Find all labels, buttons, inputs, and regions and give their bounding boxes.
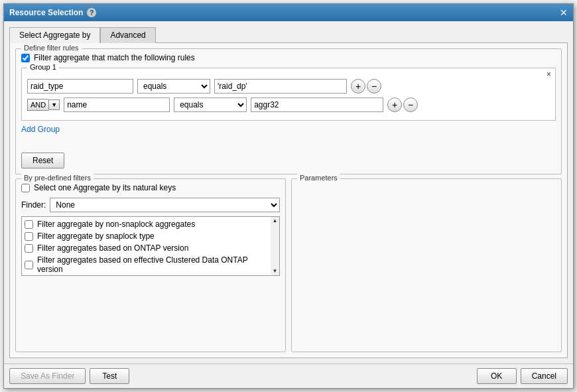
filter-rules-section: Define filter rules Filter aggregate tha… — [15, 48, 562, 174]
and-dropdown-button[interactable]: ▼ — [48, 99, 60, 110]
ok-button[interactable]: OK — [477, 368, 517, 384]
plus-minus-2: + − — [387, 98, 418, 112]
predefined-filters-section: By pre-defined filters Select one Aggreg… — [15, 178, 286, 352]
cancel-button[interactable]: Cancel — [521, 368, 568, 384]
list-item: Filter aggregates based on effective Clu… — [23, 254, 269, 275]
bottom-sections: By pre-defined filters Select one Aggreg… — [15, 178, 562, 352]
value-input-2[interactable] — [251, 98, 383, 112]
scroll-down-button[interactable]: ▼ — [271, 267, 279, 275]
natural-keys-label: Select one Aggregate by its natural keys — [34, 183, 176, 192]
close-button[interactable]: ✕ — [560, 8, 568, 17]
finder-row: Finder: None — [21, 198, 280, 212]
filter-item-2-label: Filter aggregate by snaplock type — [37, 231, 155, 241]
parameters-label: Parameters — [297, 174, 340, 182]
title-bar: Resource Selection ? ✕ — [4, 4, 573, 21]
finder-select[interactable]: None — [50, 198, 280, 212]
filter-rules-checkbox-label: Filter aggregate that match the followin… — [34, 53, 195, 62]
field-input-2[interactable] — [64, 98, 170, 112]
add-row-2-button[interactable]: + — [387, 98, 402, 112]
group-1-label: Group 1 — [27, 63, 59, 71]
tab-content: Define filter rules Filter aggregate tha… — [9, 42, 568, 358]
remove-row-1-button[interactable]: − — [367, 79, 381, 94]
dialog-title: Resource Selection — [9, 8, 83, 17]
filter-checkbox-row: Filter aggregate that match the followin… — [21, 53, 556, 62]
filter-item-4-checkbox[interactable] — [25, 261, 33, 269]
filter-rules-checkbox[interactable] — [21, 54, 30, 62]
filter-list-wrapper: Filter aggregate by non-snaplock aggrega… — [21, 216, 280, 276]
group-1-box: Group 1 × equals not equals contains + — [21, 68, 556, 121]
title-bar-left: Resource Selection ? — [9, 8, 96, 17]
list-item: Filter aggregate by non-snaplock aggrega… — [23, 218, 269, 230]
filter-list: Filter aggregate by non-snaplock aggrega… — [21, 216, 271, 276]
test-button[interactable]: Test — [90, 368, 129, 384]
filter-item-3-label: Filter aggregates based on ONTAP version — [37, 243, 188, 253]
help-icon[interactable]: ? — [87, 8, 96, 17]
natural-keys-checkbox[interactable] — [21, 184, 30, 192]
field-input-1[interactable] — [27, 79, 133, 94]
group-close-button[interactable]: × — [546, 70, 551, 79]
filter-item-4-label: Filter aggregates based on effective Clu… — [37, 255, 268, 274]
value-input-1[interactable] — [214, 79, 347, 94]
filter-item-1-checkbox[interactable] — [25, 220, 33, 229]
reset-button[interactable]: Reset — [21, 153, 64, 168]
filter-rules-label: Define filter rules — [21, 44, 82, 52]
filter-row-1: equals not equals contains + − — [27, 79, 550, 94]
parameters-section: Parameters — [291, 178, 562, 352]
operator-select-1[interactable]: equals not equals contains — [137, 79, 210, 94]
predefined-filters-label: By pre-defined filters — [21, 174, 94, 182]
dialog-body: Select Aggregate by Advanced Define filt… — [4, 21, 573, 363]
finder-label: Finder: — [21, 200, 46, 210]
scroll-up-button[interactable]: ▲ — [271, 217, 279, 225]
list-item: Filter aggregate by snaplock type — [23, 230, 269, 242]
tab-bar: Select Aggregate by Advanced — [9, 27, 568, 42]
and-wrapper: AND ▼ — [27, 99, 60, 111]
save-as-finder-button[interactable]: Save As Finder — [9, 368, 86, 384]
footer-right: OK Cancel — [477, 368, 568, 384]
filter-list-scrollbar: ▲ ▼ — [271, 216, 280, 276]
remove-row-2-button[interactable]: − — [403, 98, 418, 112]
dialog-footer: Save As Finder Test OK Cancel — [4, 363, 573, 388]
filter-row-2: AND ▼ equals not equals contains + − — [27, 98, 550, 112]
plus-minus-1: + − — [351, 79, 381, 94]
natural-keys-row: Select one Aggregate by its natural keys — [21, 183, 280, 192]
and-label-button[interactable]: AND — [27, 99, 48, 111]
filter-item-2-checkbox[interactable] — [25, 232, 33, 241]
footer-left: Save As Finder Test — [9, 368, 129, 384]
filter-item-3-checkbox[interactable] — [25, 244, 33, 253]
add-row-1-button[interactable]: + — [351, 79, 365, 94]
filter-item-1-label: Filter aggregate by non-snaplock aggrega… — [37, 220, 195, 229]
resource-selection-dialog: Resource Selection ? ✕ Select Aggregate … — [3, 3, 574, 389]
tab-advanced[interactable]: Advanced — [100, 27, 155, 43]
list-item: Filter aggregates based on ONTAP version — [23, 242, 269, 254]
tab-select-aggregate[interactable]: Select Aggregate by — [9, 27, 100, 43]
operator-select-2[interactable]: equals not equals contains — [174, 98, 247, 112]
add-group-link[interactable]: Add Group — [21, 125, 60, 134]
